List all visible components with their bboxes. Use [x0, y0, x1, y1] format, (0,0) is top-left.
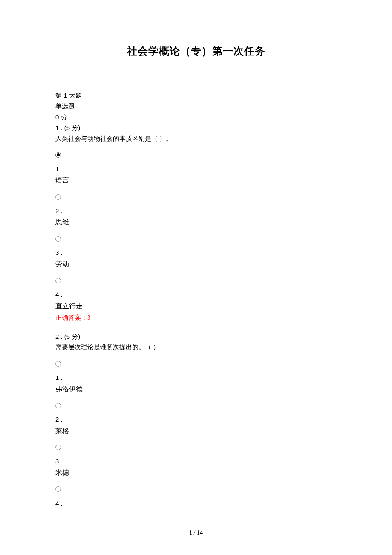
- q2-opt4-radio[interactable]: [55, 483, 337, 494]
- option-text: 语言: [55, 174, 337, 186]
- q2-block: 2 . (5 分) 需要层次理论是谁初次提出的。（ ） 1 . 弗洛伊德 2 .…: [55, 331, 337, 509]
- radio-selected-icon: [55, 152, 61, 158]
- q1-opt2-radio[interactable]: [55, 191, 337, 202]
- option-text: 直立行走: [55, 300, 337, 312]
- q1-opt1: 1 . 语言: [55, 164, 337, 186]
- q1-opt4-radio[interactable]: [55, 275, 337, 286]
- option-number: 2 .: [55, 414, 337, 425]
- radio-empty-icon: [55, 278, 61, 283]
- radio-empty-icon: [55, 403, 61, 408]
- q1-opt4: 4 . 直立行走: [55, 289, 337, 312]
- q2-opt3-radio[interactable]: [55, 442, 337, 453]
- q1-opt3: 3 . 劳动: [55, 247, 337, 270]
- q2-opt1-radio[interactable]: [55, 358, 337, 369]
- option-text: 米德: [55, 467, 337, 478]
- document-title: 社会学概论（专）第一次任务: [55, 43, 337, 60]
- radio-empty-icon: [55, 236, 61, 242]
- section-type: 单选题: [55, 101, 337, 112]
- section-score: 0 分: [55, 112, 337, 123]
- option-number: 4 .: [55, 498, 337, 509]
- q1-text: 人类社会与动物社会的本质区别是（ ）。: [55, 133, 337, 145]
- section-block: 第 1 大题 单选题 0 分 1 . (5 分) 人类社会与动物社会的本质区别是…: [55, 90, 337, 509]
- option-number: 2 .: [55, 205, 337, 217]
- radio-empty-icon: [55, 361, 61, 367]
- q2-opt3: 3 . 米德: [55, 456, 337, 478]
- option-number: 3 .: [55, 247, 337, 258]
- q1-opt2: 2 . 思维: [55, 205, 337, 228]
- q2-opt2-radio[interactable]: [55, 400, 337, 411]
- q1-opt1-radio[interactable]: [55, 149, 337, 160]
- option-number: 3 .: [55, 456, 337, 467]
- radio-empty-icon: [55, 445, 61, 450]
- radio-empty-icon: [55, 194, 61, 200]
- page-number: 1 / 14: [0, 528, 392, 538]
- option-number: 1 .: [55, 164, 337, 175]
- q2-text: 需要层次理论是谁初次提出的。（ ）: [55, 342, 337, 353]
- q2-opt2: 2 . 莱格: [55, 414, 337, 436]
- q1-correct-answer: 正确答案：3: [55, 312, 337, 324]
- section-header: 第 1 大题: [55, 90, 337, 101]
- option-number: 4 .: [55, 289, 337, 300]
- option-text: 莱格: [55, 425, 337, 436]
- option-text: 思维: [55, 216, 337, 228]
- q2-number: 2 . (5 分): [55, 331, 337, 342]
- radio-empty-icon: [55, 486, 61, 492]
- option-text: 弗洛伊德: [55, 383, 337, 395]
- q1-opt3-radio[interactable]: [55, 233, 337, 244]
- q2-opt1: 1 . 弗洛伊德: [55, 372, 337, 395]
- option-number: 1 .: [55, 372, 337, 383]
- q2-opt4: 4 .: [55, 498, 337, 509]
- option-text: 劳动: [55, 258, 337, 270]
- q1-number: 1 . (5 分): [55, 122, 337, 133]
